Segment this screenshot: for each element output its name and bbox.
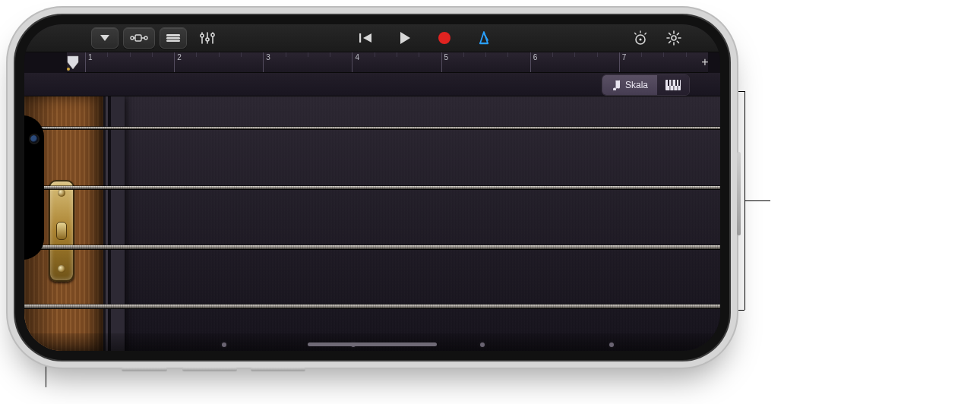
home-indicator — [308, 342, 437, 346]
ruler-tick — [219, 52, 220, 57]
svg-point-15 — [438, 32, 450, 44]
go-to-start-button[interactable] — [354, 27, 377, 49]
triangle-down-icon — [100, 34, 110, 42]
svg-line-31 — [669, 41, 671, 43]
ruler-bar: 2 — [174, 52, 182, 72]
svg-point-19 — [639, 38, 641, 40]
svg-rect-7 — [166, 40, 180, 43]
iphone-notch — [24, 115, 44, 260]
ruler-tick — [507, 52, 508, 57]
ruler-bar: 4 — [352, 52, 359, 72]
iphone-power-button — [737, 152, 741, 235]
ruler-tick — [330, 52, 330, 57]
song-settings-button[interactable] — [662, 27, 685, 49]
instrument-string[interactable] — [24, 245, 720, 249]
cycle-marker-icon — [67, 68, 70, 71]
svg-line-28 — [669, 33, 671, 35]
ruler-tick — [130, 52, 131, 57]
ruler-tick — [663, 52, 664, 57]
ruler-tick — [574, 52, 575, 57]
svg-line-22 — [645, 33, 646, 34]
svg-point-13 — [211, 33, 214, 36]
play-button[interactable] — [394, 27, 416, 49]
callout-bracket-bottom — [729, 310, 744, 311]
scale-mode-button[interactable]: Skala — [602, 75, 657, 95]
iphone-silent-switch — [122, 368, 167, 371]
svg-rect-44 — [678, 86, 678, 90]
svg-rect-40 — [675, 80, 677, 86]
instrument-string[interactable] — [24, 186, 720, 189]
svg-rect-42 — [670, 86, 671, 90]
fx-button[interactable] — [123, 27, 155, 49]
ruler-tick — [241, 52, 242, 57]
svg-point-11 — [206, 38, 209, 41]
music-note-icon — [612, 80, 621, 90]
ruler-tick — [552, 52, 553, 57]
svg-rect-36 — [615, 80, 620, 81]
instrument-string[interactable] — [24, 127, 720, 129]
ruler-tick — [419, 52, 419, 57]
ruler-tick — [686, 52, 687, 57]
ruler-tick — [485, 52, 486, 57]
play-mode-segmented-control: Skala — [602, 74, 690, 96]
app-screen: + 1234567 Skala — [24, 24, 720, 351]
garageband-erhu-screenshot: + 1234567 Skala — [0, 0, 980, 404]
transport-controls — [220, 27, 629, 49]
rewind-icon — [358, 32, 373, 44]
browser-menu-button[interactable] — [91, 27, 119, 49]
svg-rect-6 — [166, 37, 180, 39]
instrument-string[interactable] — [24, 305, 720, 308]
ruler-bar: 1 — [85, 52, 93, 72]
record-button[interactable] — [433, 27, 456, 49]
fret-marker-dot — [480, 342, 485, 347]
ruler-tick — [397, 52, 397, 57]
iphone-volume-down — [251, 368, 305, 371]
add-section-button[interactable]: + — [697, 55, 713, 70]
view-settings-button[interactable] — [629, 27, 652, 49]
ruler-tick — [375, 52, 375, 57]
touch-instrument-area[interactable] — [24, 96, 720, 351]
ruler-bar: 3 — [263, 52, 270, 72]
iphone-frame: + 1234567 Skala — [15, 15, 729, 360]
svg-rect-41 — [678, 80, 680, 86]
scale-mode-label: Skala — [625, 80, 648, 90]
fret-marker-dot — [609, 342, 614, 347]
svg-rect-39 — [672, 80, 673, 86]
ruler-tick — [152, 52, 153, 57]
automation-icon — [166, 33, 181, 43]
camera-icon — [30, 135, 38, 143]
mixer-icon — [199, 31, 216, 45]
svg-rect-43 — [674, 86, 675, 90]
callout-leader-right — [744, 200, 770, 201]
metronome-button[interactable] — [473, 27, 495, 49]
play-icon — [399, 31, 411, 45]
ruler-bar: 6 — [530, 52, 538, 72]
svg-line-29 — [677, 41, 678, 43]
tracks-view-button[interactable] — [160, 27, 187, 49]
timeline-ruler[interactable]: + 1234567 — [67, 52, 708, 73]
svg-rect-34 — [615, 81, 616, 89]
svg-point-2 — [144, 36, 147, 39]
ruler-tick — [196, 52, 197, 57]
svg-point-0 — [131, 36, 134, 39]
toolbar-left-group — [91, 27, 220, 49]
svg-line-30 — [677, 33, 678, 35]
svg-point-32 — [613, 87, 616, 90]
svg-rect-38 — [668, 80, 669, 86]
view-dial-icon — [632, 30, 649, 46]
svg-line-21 — [635, 33, 636, 34]
ruler-bar: 7 — [619, 52, 627, 72]
track-controls-button[interactable] — [196, 27, 219, 49]
ruler-tick — [107, 52, 108, 57]
svg-point-9 — [201, 34, 204, 37]
gear-icon — [665, 30, 682, 46]
fx-chain-icon — [129, 33, 149, 43]
fret-marker-dot — [222, 342, 226, 347]
svg-rect-5 — [166, 34, 180, 36]
control-bar — [24, 24, 720, 52]
record-icon — [437, 30, 452, 46]
ruler-tick — [308, 52, 308, 57]
toolbar-right-group — [629, 27, 685, 49]
instrument-mode-row: Skala — [24, 73, 720, 96]
keyboard-mode-button[interactable] — [657, 75, 689, 95]
